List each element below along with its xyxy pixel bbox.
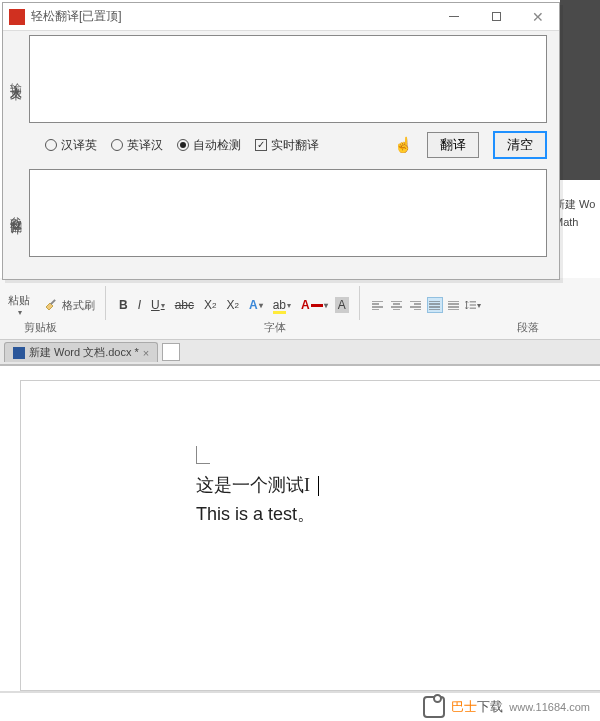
format-painter-button[interactable]: 格式刷 (38, 296, 101, 315)
align-center-button[interactable] (389, 297, 405, 313)
radio-auto-detect[interactable]: 自动检测 (177, 137, 241, 154)
close-button[interactable]: ✕ (517, 3, 559, 31)
distribute-button[interactable] (446, 297, 462, 313)
footer-brand-suffix: 下载 (477, 699, 503, 714)
section-clipboard: 剪贴板 (0, 320, 80, 339)
shading-button[interactable]: A (335, 297, 349, 313)
close-icon: ✕ (532, 9, 544, 25)
paragraph-tools: ▾ (364, 297, 487, 313)
input-section: 输入文本 (3, 31, 559, 127)
checkbox-realtime-label: 实时翻译 (271, 137, 319, 154)
titlebar[interactable]: 轻松翻译[已置顶] ✕ (3, 3, 559, 31)
document-page[interactable]: 这是一个测试I This is a test。 (20, 380, 600, 691)
superscript-button[interactable]: X2 (201, 296, 219, 314)
checkbox-checked-icon: ✓ (255, 139, 267, 151)
divider (105, 286, 106, 324)
subscript-button[interactable]: X2 (224, 296, 242, 314)
window-title: 轻松翻译[已置顶] (31, 8, 433, 25)
doc-line-2: This is a test。 (196, 500, 319, 529)
desktop-background (560, 0, 600, 180)
maximize-button[interactable] (475, 3, 517, 31)
brush-icon (44, 298, 58, 312)
section-paragraph: 段落 (470, 320, 600, 339)
margin-marker (196, 446, 210, 464)
checkbox-realtime[interactable]: ✓ 实时翻译 (255, 137, 319, 154)
paste-label: 粘贴 (8, 293, 30, 308)
strikethrough-button[interactable]: abc (172, 296, 197, 314)
close-tab-button[interactable]: × (143, 347, 149, 359)
word-doc-icon (13, 347, 25, 359)
align-left-button[interactable] (370, 297, 386, 313)
minimize-icon (449, 16, 459, 17)
hand-icon-button[interactable]: ☝ (394, 136, 413, 154)
footer-watermark: 巴士下载 www.11684.com (0, 691, 600, 721)
align-justify-button[interactable] (427, 297, 443, 313)
svg-rect-0 (50, 299, 56, 305)
document-tab-label: 新建 Word 文档.docx * (29, 345, 139, 360)
highlight-button[interactable]: ab▾ (270, 296, 294, 314)
italic-button[interactable]: I (135, 296, 144, 314)
footer-url: www.11684.com (509, 701, 590, 713)
maximize-icon (492, 12, 501, 21)
input-label: 输入文本 (7, 35, 23, 119)
footer-brand: 巴士下载 (451, 698, 503, 716)
footer-brand-orange: 巴士 (451, 699, 477, 714)
text-effects-button[interactable]: A▾ (246, 296, 266, 314)
logo-icon (423, 696, 445, 718)
bold-button[interactable]: B (116, 296, 131, 314)
document-tab-bar: 新建 Word 文档.docx * × (0, 340, 600, 366)
translator-window: 轻松翻译[已置顶] ✕ 输入文本 汉译英 英译汉 自动检测 ✓ 实时翻译 ☝ 翻… (2, 2, 560, 280)
radio-en-to-cn[interactable]: 英译汉 (111, 137, 163, 154)
paste-button[interactable]: 粘贴 ▾ (0, 293, 38, 317)
divider (359, 286, 360, 324)
ribbon-section-labels: 剪贴板 字体 段落 (0, 320, 600, 340)
font-color-button[interactable]: A▾ (298, 296, 331, 314)
align-right-button[interactable] (408, 297, 424, 313)
radio-icon (45, 139, 57, 151)
output-label: 谷歌翻译 (7, 169, 23, 253)
underline-button[interactable]: U▾ (148, 296, 168, 314)
input-textbox[interactable] (29, 35, 547, 123)
translate-button[interactable]: 翻译 (427, 132, 479, 158)
radio-icon (111, 139, 123, 151)
radio-cn-to-en[interactable]: 汉译英 (45, 137, 97, 154)
radio-auto-detect-label: 自动检测 (193, 137, 241, 154)
caret-icon (318, 476, 319, 496)
document-content[interactable]: 这是一个测试I This is a test。 (196, 471, 319, 529)
output-section: 谷歌翻译 (3, 165, 559, 261)
radio-cn-to-en-label: 汉译英 (61, 137, 97, 154)
format-painter-label: 格式刷 (62, 298, 95, 313)
document-tab[interactable]: 新建 Word 文档.docx * × (4, 342, 158, 362)
doc-line-1: 这是一个测试 (196, 475, 304, 495)
section-font: 字体 (80, 320, 470, 339)
clear-button[interactable]: 清空 (493, 131, 547, 159)
radio-selected-icon (177, 139, 189, 151)
text-cursor-icon: I (304, 475, 310, 495)
font-tools: B I U▾ abc X2 X2 A▾ ab▾ A▾ A (110, 296, 355, 314)
line-spacing-button[interactable]: ▾ (465, 297, 481, 313)
chevron-down-icon: ▾ (18, 308, 22, 317)
new-tab-button[interactable] (162, 343, 180, 361)
minimize-button[interactable] (433, 3, 475, 31)
output-textbox[interactable] (29, 169, 547, 257)
radio-en-to-cn-label: 英译汉 (127, 137, 163, 154)
options-row: 汉译英 英译汉 自动检测 ✓ 实时翻译 ☝ 翻译 清空 (3, 127, 559, 165)
app-icon (9, 9, 25, 25)
